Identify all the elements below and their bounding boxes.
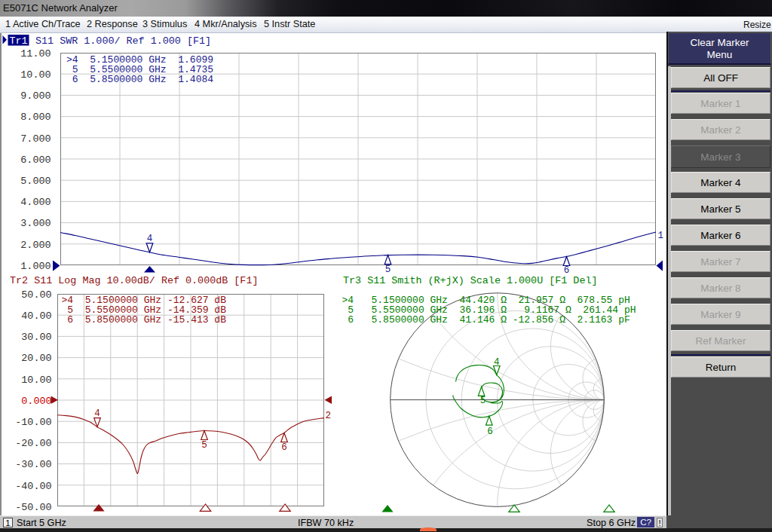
svg-text:4.000: 4.000: [20, 197, 51, 208]
svg-text:4: 4: [94, 408, 100, 419]
svg-text:Tr3 S11 Smith (R+jX) Scale 1.0: Tr3 S11 Smith (R+jX) Scale 1.000U [F1 De…: [343, 275, 598, 286]
svg-text:6 5.8500000 GHz 1.4084: 6 5.8500000 GHz 1.4084: [66, 74, 213, 85]
svg-text:7.000: 7.000: [20, 133, 51, 145]
svg-text:-10.00: -10.00: [15, 417, 51, 428]
svg-text:6 5.8500000 GHz 41.146 Ω -1: 6 5.8500000 GHz 41.146 Ω -12.856 Ω 2.116…: [342, 314, 630, 326]
svg-text:5.000: 5.000: [20, 176, 51, 187]
svg-text:9.000: 9.000: [20, 90, 51, 102]
svg-text:6: 6: [487, 427, 493, 437]
svg-text:1.000: 1.000: [20, 261, 51, 272]
svg-text:6: 6: [281, 442, 287, 453]
svg-text:-20.00: -20.00: [15, 438, 51, 449]
svg-text:6: 6: [564, 265, 570, 276]
svg-text:S11 SWR 1.000/ Ref 1.000 [F1]: S11 SWR 1.000/ Ref 1.000 [F1]: [35, 35, 211, 47]
svg-text:10.00: 10.00: [20, 69, 51, 81]
svg-text:2.000: 2.000: [20, 240, 51, 251]
svg-text:20.00: 20.00: [21, 353, 51, 364]
svg-text:4: 4: [147, 234, 153, 244]
svg-text:5: 5: [385, 264, 391, 275]
svg-text:0.000: 0.000: [21, 396, 51, 407]
svg-text:50.00: 50.00: [21, 289, 51, 301]
svg-text:1: 1: [658, 231, 664, 241]
svg-text:30.00: 30.00: [21, 332, 51, 343]
svg-text:6 5.8500000 GHz -15.413 dB: 6 5.8500000 GHz -15.413 dB: [62, 314, 227, 326]
svg-text:-40.00: -40.00: [15, 481, 51, 492]
svg-text:4: 4: [494, 357, 500, 368]
svg-text:8.000: 8.000: [20, 112, 51, 123]
svg-text:5: 5: [201, 440, 207, 451]
svg-text:5: 5: [480, 396, 486, 406]
svg-text:-30.00: -30.00: [15, 459, 51, 470]
svg-text:10.00: 10.00: [21, 375, 51, 386]
svg-text:Tr2 S11 Log Mag 10.00dB/ Ref 0: Tr2 S11 Log Mag 10.00dB/ Ref 0.000dB [F1…: [10, 275, 258, 286]
svg-text:40.00: 40.00: [21, 310, 51, 322]
svg-text:2: 2: [326, 411, 332, 421]
svg-text:11.00: 11.00: [20, 48, 51, 60]
svg-text:3.000: 3.000: [20, 218, 51, 229]
svg-text:Tr1: Tr1: [9, 35, 27, 47]
svg-text:-50.00: -50.00: [15, 502, 51, 513]
svg-text:6.000: 6.000: [20, 154, 51, 166]
